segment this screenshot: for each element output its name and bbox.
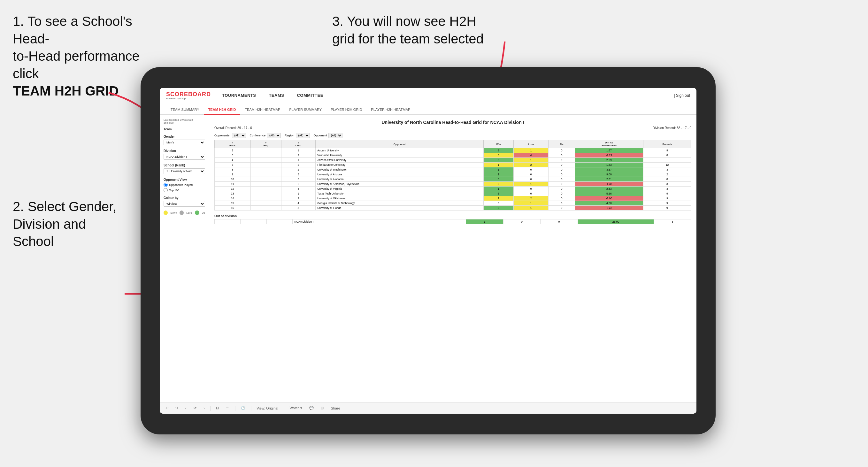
region-filter-select[interactable]: (All): [296, 133, 310, 138]
cell-rank: 2: [215, 148, 251, 153]
data-area: University of North Carolina Head-to-Hea…: [209, 115, 696, 402]
colour-by-select[interactable]: Win/loss: [163, 201, 205, 207]
toolbar-sep1: |: [210, 406, 211, 411]
cell-diff: 5.56: [575, 191, 643, 196]
cell-loss: 1: [514, 158, 549, 163]
view-label[interactable]: View: Original: [255, 406, 280, 411]
nav-tournaments[interactable]: TOURNAMENTS: [220, 93, 257, 98]
last-updated: Last Updated: 27/03/2024 16:55:38: [163, 119, 205, 124]
cell-reg: [250, 172, 281, 177]
grid-title: University of North Carolina Head-to-Hea…: [214, 120, 691, 125]
cell-reg: [250, 148, 281, 153]
cell-win: 5: [483, 158, 514, 163]
cell-rank: 16: [215, 206, 251, 211]
ood-tie: 0: [540, 219, 578, 224]
refresh-btn[interactable]: ⟳: [192, 405, 198, 411]
radio-top100[interactable]: Top 100: [163, 188, 205, 192]
cell-rounds: 9: [643, 148, 691, 153]
nav-teams[interactable]: TEAMS: [267, 93, 286, 98]
cell-diff: 2.33: [575, 187, 643, 191]
nav-items: TOURNAMENTS TEAMS COMMITTEE: [220, 93, 674, 98]
cell-rank: 10: [215, 177, 251, 182]
table-row: 14 2 University of Oklahoma 1 2 0 -1.00 …: [215, 196, 691, 201]
cell-conf: 2: [281, 167, 316, 172]
cell-rounds: 9: [643, 196, 691, 201]
cell-rank: 4: [215, 158, 251, 163]
conference-filter-select[interactable]: (All): [267, 133, 281, 138]
cell-win: 3: [483, 177, 514, 182]
tab-player-h2h-grid[interactable]: PLAYER H2H GRID: [326, 105, 366, 115]
cell-conf: 1: [281, 158, 316, 163]
opponent-view-radios: Opponents Played Top 100: [163, 183, 205, 192]
cell-opponent: Texas Tech University: [316, 191, 484, 196]
nav-committee[interactable]: COMMITTEE: [295, 93, 325, 98]
cell-rank: 15: [215, 201, 251, 206]
cell-diff: -6.42: [575, 206, 643, 211]
more-btn[interactable]: ⋯: [224, 405, 231, 411]
cell-loss: 1: [514, 206, 549, 211]
clock-btn[interactable]: 🕐: [239, 405, 247, 411]
col-win: Win: [483, 140, 514, 148]
opponents-filter-select[interactable]: (All): [232, 133, 246, 138]
cell-win: 3: [483, 206, 514, 211]
tab-team-h2h-grid[interactable]: TEAM H2H GRID: [204, 105, 241, 115]
tab-player-summary[interactable]: PLAYER SUMMARY: [285, 105, 326, 115]
toolbar-sep2: |: [235, 406, 236, 411]
sign-out-link[interactable]: Sign out: [676, 93, 690, 98]
share-btn[interactable]: Share: [329, 406, 342, 411]
comment-btn[interactable]: 💬: [307, 405, 316, 411]
cell-loss: 0: [514, 172, 549, 177]
cell-rounds: 8: [643, 153, 691, 158]
cell-reg: [250, 187, 281, 191]
filter-row: Opponents: (All) Conference (All) Region: [214, 133, 691, 138]
school-select[interactable]: 1. University of Nort...: [163, 168, 205, 174]
out-of-division-table: NCAA Division II 1 0 0 26.00 3: [214, 219, 691, 224]
cell-win: 1: [483, 167, 514, 172]
ood-rounds: 3: [654, 219, 691, 224]
cell-tie: 0: [549, 172, 575, 177]
redo-btn[interactable]: ↪: [174, 405, 180, 411]
ood-rank: [215, 219, 241, 224]
cell-rounds: [643, 158, 691, 163]
opponent-filter-select[interactable]: (All): [329, 133, 342, 138]
table-row: 4 1 Arizona State University 5 1 0 2.29: [215, 158, 691, 163]
cell-diff: 2.29: [575, 158, 643, 163]
sidebar-division-section: Division NCAA Division I: [163, 149, 205, 160]
division-select[interactable]: NCAA Division I: [163, 154, 205, 160]
tab-team-h2h-heatmap[interactable]: TEAM H2H HEATMAP: [240, 105, 285, 115]
cell-conf: 1: [281, 191, 316, 196]
cell-win: 1: [483, 163, 514, 167]
cell-rank: 6: [215, 163, 251, 167]
cell-tie: 0: [549, 163, 575, 167]
out-of-division-body: NCAA Division II 1 0 0 26.00 3: [215, 219, 691, 224]
table-row: 13 1 Texas Tech University 3 0 0 5.56 9: [215, 191, 691, 196]
gender-select[interactable]: Men's: [163, 139, 205, 145]
col-rank: #Rank: [215, 140, 251, 148]
cell-win: 0: [483, 182, 514, 187]
last-updated-time: 16:55:38: [163, 121, 174, 124]
cell-rank: 9: [215, 172, 251, 177]
ann1-line1: 1. To see a School's Head-: [13, 14, 132, 46]
tab-team-summary[interactable]: TEAM SUMMARY: [166, 105, 204, 115]
cell-rounds: 9: [643, 201, 691, 206]
forward-btn[interactable]: ›: [202, 406, 207, 411]
radio-opponents-played[interactable]: Opponents Played: [163, 183, 205, 187]
last-updated-label: Last Updated: 27/03/2024: [163, 119, 193, 121]
undo-btn[interactable]: ↩: [163, 405, 170, 411]
colour-by-label: Colour by: [163, 196, 205, 200]
out-of-division-label: Out of division: [214, 214, 691, 218]
cell-reg: [250, 177, 281, 182]
cell-diff: 1.83: [575, 163, 643, 167]
crop-btn[interactable]: ⊡: [214, 405, 221, 411]
cell-reg: [250, 201, 281, 206]
cell-rounds: 3: [643, 187, 691, 191]
legend-down-label: Down: [170, 212, 177, 214]
cell-diff: -4.33: [575, 182, 643, 187]
tab-player-h2h-heatmap[interactable]: PLAYER H2H HEATMAP: [366, 105, 415, 115]
grid-btn[interactable]: ⊞: [319, 405, 326, 411]
cell-diff: 2.61: [575, 177, 643, 182]
cell-opponent: Auburn University: [316, 148, 484, 153]
cell-win: 3: [483, 191, 514, 196]
watch-btn[interactable]: Watch ▾: [288, 405, 305, 411]
back-btn[interactable]: ‹: [183, 406, 188, 411]
